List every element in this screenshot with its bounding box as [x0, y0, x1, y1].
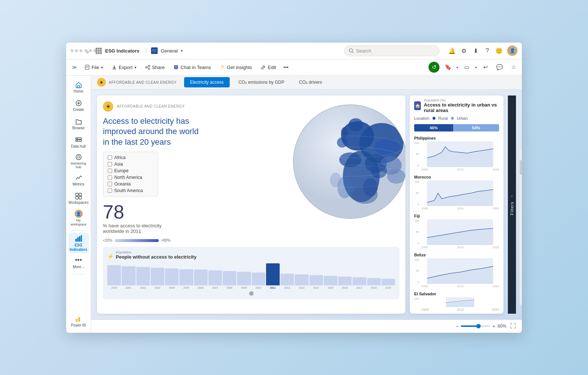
bar-2002 — [136, 267, 150, 285]
share-button[interactable]: Share — [141, 62, 169, 73]
expand-nav-button[interactable]: ≫ — [69, 62, 79, 72]
back-button[interactable]: ↩ — [480, 62, 491, 73]
bookmark-button[interactable]: 🔖 — [442, 62, 453, 73]
bar-2011 — [266, 263, 280, 285]
chart-morocco-label: Morocco — [414, 175, 499, 179]
insights-button[interactable]: Get insights — [216, 62, 256, 73]
svg-rect-5 — [100, 50, 102, 52]
sidebar-item-home[interactable]: Home — [68, 79, 89, 96]
workspace-chevron-icon[interactable]: ▾ — [181, 48, 183, 53]
region-africa[interactable]: Africa — [108, 155, 153, 160]
sidebar-item-esg[interactable]: ESG Indicators — [68, 233, 89, 253]
region-asia[interactable]: Asia — [108, 162, 153, 167]
search-box[interactable]: Search — [344, 45, 440, 56]
barchart-title: People without access to electricity — [116, 254, 197, 260]
refresh-button[interactable]: ↺ — [429, 62, 440, 73]
region-europe[interactable]: Europe — [108, 168, 153, 173]
bar-2006 — [194, 270, 208, 285]
download-icon[interactable]: ⬇ — [472, 47, 479, 54]
comment-button[interactable]: 💬 — [494, 62, 505, 73]
filters-panel[interactable]: ‹ Filters — [508, 95, 516, 314]
sidebar-item-browse[interactable]: Browse — [68, 115, 89, 133]
bookmark-chevron-icon[interactable]: ▾ — [456, 65, 458, 69]
split-bar-urban: 54% — [453, 124, 499, 131]
chat-button[interactable]: T Chat in Teams — [170, 62, 215, 73]
tab-electricity-access[interactable]: Electricity access — [184, 77, 230, 87]
region-northamerica[interactable]: North America — [108, 175, 153, 180]
svg-line-19 — [147, 66, 148, 67]
chat-label: Chat in Teams — [180, 65, 211, 70]
viz-title-small: AFFORDABLE AND CLEAN ENERGY — [117, 104, 185, 108]
svg-rect-11 — [85, 65, 89, 69]
tab-electricity-label: Electricity access — [190, 80, 224, 85]
svg-rect-37 — [76, 193, 78, 196]
sidebar-item-workspaces[interactable]: Workspaces — [68, 190, 89, 208]
help-icon[interactable]: ? — [484, 47, 491, 54]
bar-2005 — [179, 269, 193, 285]
tab-co2-gdp-label: CO₂ emissions by GDP — [239, 80, 284, 85]
chart-philippines-svg — [421, 141, 499, 167]
tab-co2-gdp[interactable]: CO₂ emissions by GDP — [233, 77, 290, 87]
browse-label: Browse — [72, 126, 85, 130]
report-main: ☀ AFFORDABLE AND CLEAN ENERGY Electricit… — [91, 76, 522, 320]
viz-sun-icon: ☀ — [103, 101, 113, 112]
sidebar-item-powerbi[interactable]: Power BI — [68, 312, 89, 330]
legend-bar: <20% >80% — [103, 238, 399, 242]
sidebar-item-monitoring[interactable]: Monitoring hub — [68, 152, 89, 171]
content-area: ☀ AFFORDABLE AND CLEAN ENERGY Electricit… — [91, 76, 522, 333]
export-button[interactable]: Export ▾ — [108, 62, 140, 73]
chart-philippines-xaxis: 2000 2010 2020 — [414, 168, 499, 171]
tab-co2-drivers[interactable]: CO₂ drivers — [293, 77, 328, 87]
zoom-plus-button[interactable]: + — [492, 323, 495, 329]
xaxis-mid: 2010 — [456, 308, 464, 311]
chart-fiji: Fiji 100500 — [414, 214, 499, 249]
view-button[interactable]: ▭ — [461, 62, 472, 73]
insights-label: Get insights — [227, 65, 252, 70]
svg-point-58 — [348, 118, 363, 131]
workspaces-icon — [75, 192, 82, 200]
bar-chart: ⚡ Population People without access to el… — [103, 247, 399, 299]
app-name: ESG Indicators — [105, 48, 139, 54]
myworkspace-avatar: 👤 — [75, 210, 83, 218]
region-oceania[interactable]: Oceania — [108, 181, 153, 187]
settings-icon[interactable]: ⚙ — [460, 47, 467, 54]
chart-philippines: Philippines 100500 — [414, 136, 499, 171]
sidebar-item-myworkspace[interactable]: 👤 My workspace — [68, 208, 89, 228]
svg-rect-7 — [98, 52, 100, 54]
edit-button[interactable]: Edit — [257, 62, 280, 73]
more-label: More... — [73, 265, 84, 269]
notification-icon[interactable]: 🔔 — [448, 47, 456, 54]
sidebar-item-metrics[interactable]: Metrics — [68, 172, 89, 189]
svg-point-16 — [148, 65, 150, 66]
view-chevron-icon[interactable]: ▾ — [475, 65, 477, 69]
svg-point-34 — [76, 155, 81, 160]
esg-icon — [75, 234, 83, 242]
svg-rect-4 — [98, 50, 100, 52]
file-button[interactable]: File ▾ — [81, 62, 107, 73]
expand-view-button[interactable]: ⛶ — [510, 323, 516, 329]
report-header-tag: AFFORDABLE AND CLEAN ENERGY — [109, 80, 177, 84]
chart-belize-yaxis: 100500 — [414, 258, 419, 284]
svg-rect-45 — [76, 319, 78, 322]
zoom-minus-button[interactable]: − — [456, 323, 459, 329]
share-icon — [145, 65, 150, 70]
svg-rect-26 — [78, 86, 80, 88]
region-southamerica[interactable]: South America — [108, 188, 153, 193]
svg-rect-41 — [75, 239, 77, 242]
barchart-lightning-icon: ⚡ — [107, 253, 114, 259]
star-button[interactable]: ☆ — [508, 62, 519, 73]
zoom-slider-fill — [461, 325, 478, 327]
sidebar-item-create[interactable]: Create — [68, 97, 89, 115]
zoom-slider[interactable] — [461, 325, 490, 327]
bar-2009 — [237, 272, 251, 285]
svg-point-61 — [363, 178, 378, 196]
bar-2014 — [309, 275, 323, 285]
bar-2019 — [381, 279, 395, 285]
user-avatar[interactable]: 👤 — [507, 46, 517, 56]
more-button[interactable]: ••• — [281, 62, 291, 73]
sidebar-item-datahub[interactable]: Data hub — [68, 134, 89, 151]
stat-desc: % have access to electricity worldwide i… — [103, 223, 399, 234]
region-filter: Africa Asia Europe North America Oceania… — [103, 152, 158, 196]
sidebar-item-more[interactable]: ••• More... — [68, 254, 89, 272]
feedback-icon[interactable]: 🙂 — [495, 47, 503, 54]
